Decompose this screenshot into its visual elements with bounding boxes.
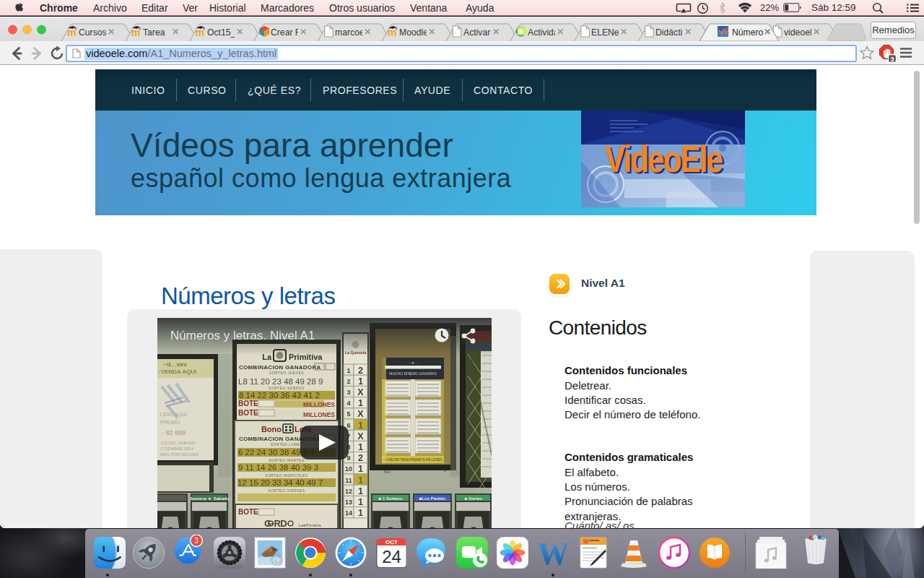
svg-text:Activar: Activar xyxy=(463,27,490,38)
svg-text:Tarea: Tarea xyxy=(143,27,165,38)
svg-text:3: 3 xyxy=(194,537,199,545)
svg-text:Didácti: Didácti xyxy=(655,27,682,38)
svg-text:24: 24 xyxy=(382,547,401,566)
svg-text:Oct15_: Oct15_ xyxy=(207,27,236,38)
svg-text:W: W xyxy=(537,537,569,569)
svg-text:Moodle: Moodle xyxy=(399,27,428,38)
svg-text:VideoEle: VideoEle xyxy=(605,138,723,180)
svg-text:Activida: Activida xyxy=(528,27,559,38)
svg-text:OCT: OCT xyxy=(385,539,398,545)
svg-text:Número: Número xyxy=(732,27,764,38)
svg-text:Cursos: Cursos xyxy=(79,27,107,38)
svg-text:Crear R: Crear R xyxy=(271,27,302,38)
svg-text:ELENet: ELENet xyxy=(591,27,622,38)
svg-text:marcoe: marcoe xyxy=(335,27,365,38)
svg-text:3: 3 xyxy=(890,56,894,63)
svg-text:videoel: videoel xyxy=(784,27,812,38)
